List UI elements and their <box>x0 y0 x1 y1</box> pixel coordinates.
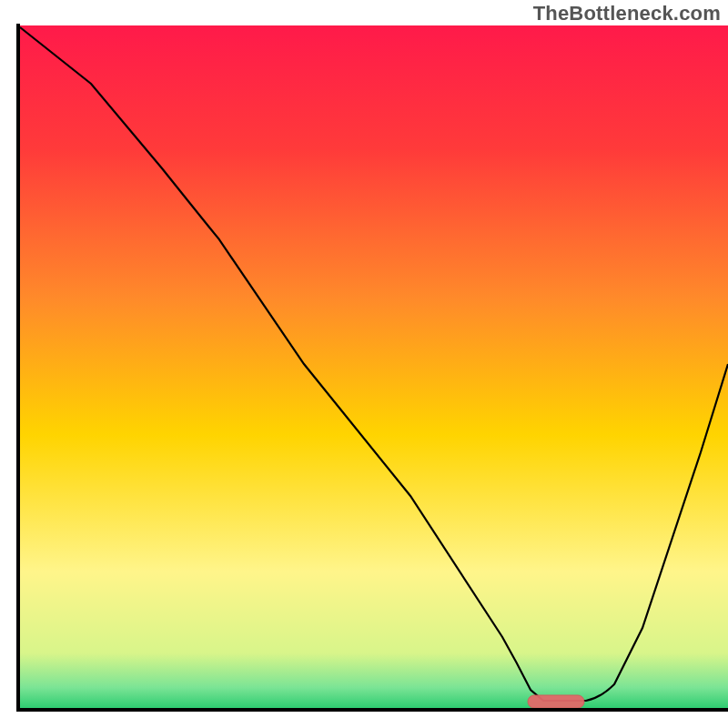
plot-background <box>20 25 728 708</box>
sweet-spot-marker <box>528 695 584 708</box>
chart-stage: { "watermark": "TheBottleneck.com", "col… <box>0 0 728 728</box>
bottleneck-chart <box>0 0 728 728</box>
watermark-label: TheBottleneck.com <box>533 2 721 25</box>
